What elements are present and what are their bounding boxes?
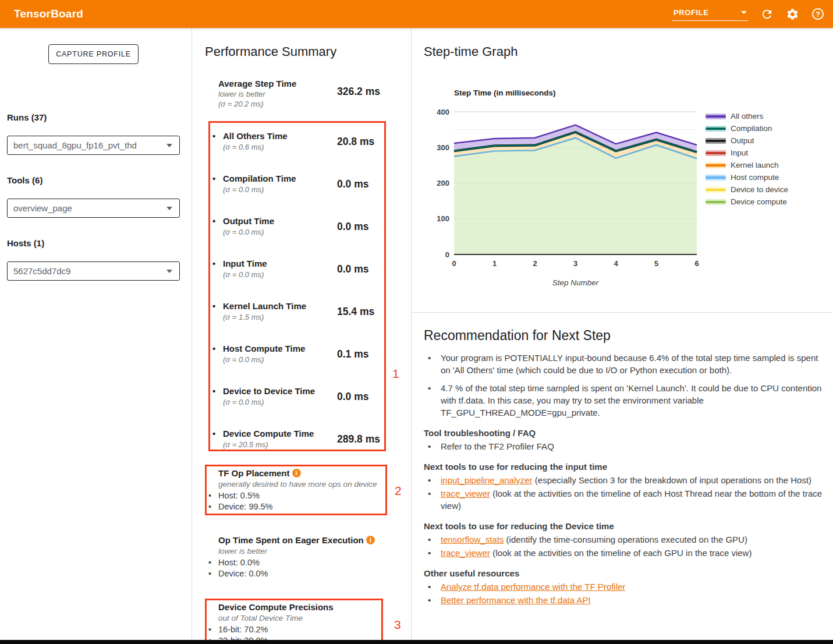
legend-item: Host compute: [706, 171, 788, 183]
tools-label: Tools (6): [7, 175, 42, 185]
hosts-label: Hosts (1): [7, 238, 44, 248]
chevron-down-icon: [741, 11, 747, 14]
stat-item: •Host: 0.5%: [218, 490, 393, 501]
bullet-dot: •: [212, 216, 215, 226]
stat-note: generally desired to have more ops on de…: [218, 480, 393, 489]
metric-title: Average Step Time: [218, 79, 296, 89]
stat-title: TF Op Placementi: [218, 468, 393, 478]
bullet-dot: •: [212, 429, 215, 438]
legend-item: Compilation: [706, 122, 788, 135]
annotation-label-3: 3: [394, 618, 401, 632]
stat-note: lower is better: [218, 547, 405, 555]
legend-item: Device to device: [706, 183, 788, 196]
legend-label: Compilation: [731, 124, 772, 133]
metric-value: 15.4 ms: [337, 306, 374, 318]
metric-title: Kernel Launch Time: [223, 301, 306, 311]
stat-items: •Host: 0.0%•Device: 0.0%: [218, 557, 405, 579]
metric-value: 0.0 ms: [337, 221, 368, 233]
legend-label: Device to device: [731, 185, 788, 194]
header-controls: PROFILE ?: [672, 0, 825, 28]
capture-profile-button[interactable]: CAPTURE PROFILE: [48, 44, 139, 64]
recommendation-section-title: Next tools to use for reducing the input…: [424, 461, 825, 473]
stat-note: out of Total Device Time: [218, 614, 387, 622]
dashboard-selector[interactable]: PROFILE: [672, 7, 748, 21]
bullet-dot: •: [212, 344, 215, 353]
chevron-down-icon: [166, 144, 172, 147]
tools-dropdown-value: overview_page: [13, 203, 72, 213]
svg-text:1: 1: [492, 259, 497, 268]
metric-sigma: (σ = 0.0 ms): [223, 398, 264, 406]
metric-title: All Others Time: [223, 131, 288, 141]
metric-title: Device to Device Time: [223, 386, 315, 396]
hosts-dropdown[interactable]: 5627c5dd7dc9: [7, 261, 180, 281]
legend-item: Output: [706, 135, 788, 147]
recommendation-item: •tensorflow_stats (identify the time-con…: [424, 533, 825, 546]
recommendation-bullet: •4.7 % of the total step time sampled is…: [424, 382, 825, 419]
legend-label: Device compute: [731, 197, 787, 206]
metric-sigma: (σ = 0.0 ms): [223, 185, 264, 194]
recommendation-link[interactable]: trace_viewer: [441, 548, 490, 558]
device-compute-precisions: Device Compute Precisions out of Total D…: [218, 602, 387, 644]
help-icon[interactable]: ?: [811, 7, 825, 21]
tf-op-placement: TF Op Placementi generally desired to ha…: [218, 468, 393, 512]
legend-swatch: [706, 114, 726, 119]
step-time-graph-heading: Step-time Graph: [424, 44, 517, 59]
recommendation-link[interactable]: tensorflow_stats: [441, 535, 504, 544]
legend-label: All others: [731, 112, 763, 121]
right-panel: Step-time Graph Step Time (in millisecon…: [412, 28, 833, 640]
recommendation-link[interactable]: Analyze tf.data performance with the TF …: [441, 582, 625, 592]
average-step-time: Average Step Time lower is better (σ = 2…: [218, 79, 296, 109]
metric-title: Compilation Time: [223, 174, 296, 183]
metric-note: lower is better: [218, 89, 296, 99]
annotation-label-1: 1: [392, 367, 399, 381]
recommendation-sections: Tool troubleshooting / FAQ•Refer to the …: [424, 427, 825, 606]
eager-execution: Op Time Spent on Eager Executioni lower …: [218, 535, 405, 579]
info-icon[interactable]: i: [366, 536, 375, 544]
recommendation-section-title: Other useful resources: [424, 567, 825, 579]
recommendation-item: •trace_viewer (look at the activities on…: [424, 487, 825, 512]
metric-title: Input Time: [223, 259, 267, 268]
recommendation-body: •Your program is POTENTIALLY input-bound…: [424, 352, 825, 606]
dashboard-selector-value: PROFILE: [674, 8, 709, 17]
info-icon[interactable]: i: [292, 469, 301, 477]
runs-dropdown-value: bert_squad_8gpu_fp16_pvt_thd: [13, 140, 137, 150]
tools-dropdown[interactable]: overview_page: [7, 199, 180, 218]
legend-swatch: [706, 199, 726, 205]
legend-item: Device compute: [706, 196, 788, 208]
metric-value: 0.0 ms: [337, 263, 368, 275]
metric-title: Device Compute Time: [223, 429, 314, 438]
tensorboard-profile-page: TensorBoard PROFILE ? CAPTURE PROFILE Ru…: [0, 0, 833, 644]
sidebar: CAPTURE PROFILE Runs (37) bert_squad_8gp…: [0, 28, 192, 640]
stat-item: •Device: 0.0%: [218, 568, 405, 579]
chart-legend: All othersCompilationOutputInputKernel l…: [706, 110, 788, 208]
performance-summary-panel: Performance Summary Average Step Time lo…: [192, 28, 412, 640]
average-step-time-value: 326.2 ms: [337, 86, 380, 98]
settings-icon[interactable]: [785, 7, 799, 21]
recommendation-link[interactable]: Better performance with the tf.data API: [441, 595, 591, 605]
recommendation-link[interactable]: trace_viewer: [441, 489, 490, 498]
step-time-graph-card: Step-time Graph Step Time (in millisecon…: [412, 28, 833, 313]
metric-sigma: (σ = 20.2 ms): [218, 99, 296, 109]
bottom-divider-bar: [0, 640, 833, 644]
legend-item: Input: [706, 147, 788, 159]
recommendation-item: •Better performance with the tf.data API: [424, 594, 825, 606]
chevron-down-icon: [166, 207, 172, 210]
metric-value: 0.0 ms: [337, 178, 368, 190]
recommendation-link[interactable]: input_pipeline_analyzer: [441, 475, 533, 485]
svg-text:6: 6: [694, 259, 699, 268]
recommendation-item: •Refer to the TF2 Profiler FAQ: [424, 440, 825, 452]
hosts-dropdown-value: 5627c5dd7dc9: [13, 266, 70, 276]
recommendation-item: •Analyze tf.data performance with the TF…: [424, 581, 825, 593]
recommendation-item: •input_pipeline_analyzer (especially Sec…: [424, 474, 825, 486]
runs-dropdown[interactable]: bert_squad_8gpu_fp16_pvt_thd: [7, 136, 180, 155]
svg-text:4: 4: [614, 259, 618, 268]
recommendation-bullet: •Your program is POTENTIALLY input-bound…: [424, 352, 825, 376]
refresh-icon[interactable]: [760, 7, 774, 21]
metric-title: Host Compute Time: [223, 344, 305, 353]
stat-item: •16-bit: 70.2%: [218, 624, 387, 635]
stat-item: •Host: 0.0%: [218, 557, 405, 568]
recommendation-item: •trace_viewer (look at the activities on…: [424, 547, 825, 559]
legend-swatch: [706, 175, 726, 181]
legend-item: Kernel launch: [706, 159, 788, 171]
help-icon-glyph: ?: [812, 8, 824, 20]
